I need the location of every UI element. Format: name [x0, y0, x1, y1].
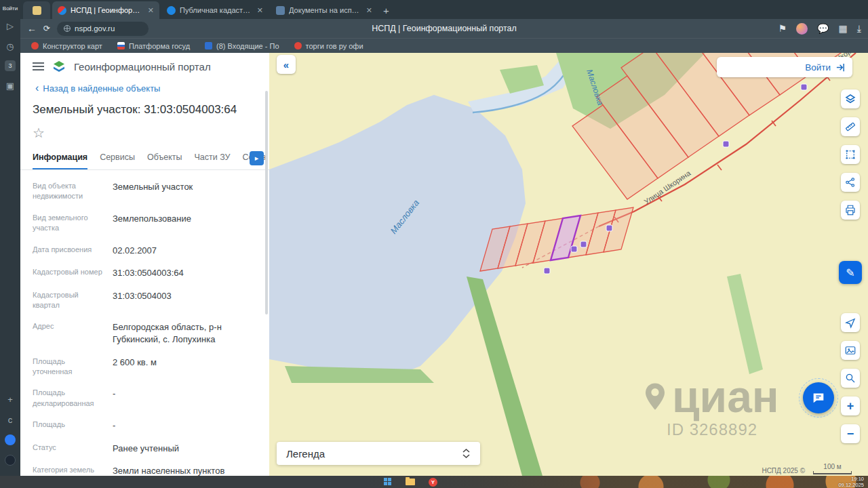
tab-pkk[interactable]: Публичная кадастровая к ✕ [161, 1, 269, 19]
bookmark-item[interactable]: торги гов ру офи [294, 42, 363, 50]
chevron-left-icon: ‹ [35, 83, 39, 94]
reload-icon[interactable]: ⟳ [43, 24, 50, 33]
field-value: - [113, 388, 260, 409]
screenshot-button[interactable] [841, 341, 860, 360]
ruler-button[interactable] [841, 117, 860, 136]
feedback-draw-button[interactable]: ✎ [839, 261, 862, 284]
bookmark-flag-icon[interactable]: ⚑ [778, 24, 787, 33]
browser-side-panel: Войти ▷ ◷ 3 ▣ + с [0, 0, 20, 476]
locate-button[interactable] [841, 313, 860, 332]
share-icon [844, 176, 856, 188]
tab-title: Публичная кадастровая к [180, 6, 253, 14]
bookmark-favicon [117, 42, 125, 49]
bookmark-item[interactable]: Конструктор карт [31, 42, 102, 50]
panel-tab[interactable]: Информация [33, 146, 87, 169]
map-canvas[interactable]: Масловка Масловка Улица Шкорина Улица Шк… [269, 53, 868, 476]
favorite-star-icon[interactable]: ☆ [20, 118, 269, 144]
video-panel-icon[interactable]: ▣ [4, 79, 16, 92]
field-label: Вид земельного участка [33, 213, 104, 234]
field-label: Кадастровый квартал [33, 290, 104, 311]
messenger-icon[interactable]: 💬 [817, 24, 829, 33]
file-explorer-icon[interactable] [406, 479, 415, 485]
print-button[interactable] [841, 201, 860, 220]
measure-area-button[interactable] [841, 145, 860, 164]
scale-label: 100 м [823, 463, 841, 470]
history-icon[interactable]: ◷ [4, 40, 16, 52]
back-icon[interactable]: ← [27, 24, 37, 33]
chat-button[interactable] [803, 382, 834, 413]
field-row: Адрес Белгородская область, р-н Губкинск… [33, 316, 260, 350]
app-title: Геоинформационный портал [74, 61, 211, 73]
collapse-panel-button[interactable]: « [277, 55, 296, 74]
field-value: 2 600 кв. м [113, 357, 260, 378]
field-label: Дата присвоения [33, 245, 104, 257]
browser-toolbar: ← ⟳ nspd.gov.ru НСПД | Геоинформационный… [20, 19, 868, 38]
bookmark-item[interactable]: Платформа госуд [117, 42, 190, 50]
services-app-icon[interactable] [4, 454, 16, 466]
login-icon [835, 62, 846, 73]
tab-title: Документы на исполнени [289, 6, 362, 14]
new-tab-button[interactable]: + [383, 5, 389, 16]
downloads-icon[interactable]: ⤓ [857, 24, 861, 33]
zoom-out-button[interactable]: − [841, 424, 860, 443]
layers-icon [844, 93, 856, 105]
field-row: Площадь - [33, 414, 260, 437]
clock-date: 09.12.2025 [838, 483, 864, 488]
expand-collapse-icon [462, 448, 471, 459]
browser-taskbar-icon[interactable]: Y [429, 478, 437, 487]
screen: Войти ▷ ◷ 3 ▣ + с НСПД | Геоинформац ✕ П… [0, 0, 868, 488]
field-label: Площадь уточненная [33, 357, 104, 378]
field-value: 31:03:0504003:64 [113, 267, 260, 279]
object-title: Земельный участок: 31:03:0504003:64 [20, 96, 269, 118]
tabs-scroll-right-button[interactable]: ▸ [250, 151, 264, 165]
field-value: 31:03:0504003 [113, 290, 260, 311]
taskbar-clock[interactable]: 19:10 09.12.2025 [838, 476, 864, 488]
image-icon [844, 344, 856, 357]
browser-login-button[interactable]: Войти [3, 5, 18, 12]
tab-docs[interactable]: Документы на исполнени ✕ [271, 1, 378, 19]
map-login-bar[interactable]: Войти [717, 57, 852, 77]
bookmark-favicon [294, 42, 302, 49]
bookmark-favicon [205, 42, 212, 49]
profile-avatar[interactable] [796, 23, 808, 35]
app-shortcut-icon[interactable]: с [4, 413, 16, 426]
scale-bar: 100 м [813, 463, 852, 474]
address-bar[interactable]: nspd.gov.ru [57, 22, 149, 36]
pkk-favicon [167, 6, 176, 15]
close-tab-icon[interactable]: ✕ [366, 6, 372, 15]
close-tab-icon[interactable]: ✕ [257, 6, 263, 15]
alice-icon[interactable]: ▷ [4, 20, 16, 32]
menu-icon[interactable] [33, 62, 44, 70]
chat-icon [811, 390, 826, 405]
map-layers: Масловка Масловка Улица Шкорина Улица Шк… [269, 53, 868, 476]
object-info-panel: Геоинформационный портал ‹ Назад в найде… [20, 53, 269, 476]
share-button[interactable] [841, 173, 860, 192]
panel-tab[interactable]: Части ЗУ [194, 146, 230, 169]
map-attribution: НСПД 2025 © 100 м [762, 463, 852, 474]
notifications-badge[interactable]: 3 [5, 60, 16, 71]
panel-tab[interactable]: Сервисы [100, 146, 135, 169]
field-value: Земельный участок [113, 181, 260, 202]
bookmarks-bar: Конструктор карт Платформа госуд (8) Вхо… [20, 38, 868, 53]
layers-button[interactable] [841, 89, 860, 108]
panels-icon[interactable]: ▦ [839, 24, 848, 33]
tab-nspd[interactable]: НСПД | Геоинформац ✕ [52, 1, 159, 19]
zoom-in-button[interactable]: + [841, 396, 860, 415]
print-icon [844, 204, 856, 216]
field-label: Кадастровый номер [33, 267, 104, 279]
field-value: Белгородская область, р-н Губкинский, с.… [113, 321, 260, 345]
field-value: - [113, 420, 260, 432]
object-search-button[interactable] [841, 369, 860, 388]
panel-scrollbar[interactable] [265, 91, 268, 314]
bookmark-item[interactable]: (8) Входящие - По [205, 42, 279, 50]
close-tab-icon[interactable]: ✕ [148, 6, 154, 15]
panel-tab[interactable]: Объекты [147, 146, 182, 169]
legend-label: Легенда [286, 448, 325, 460]
messenger-app-icon[interactable] [4, 434, 16, 446]
legend-bar[interactable]: Легенда [277, 442, 480, 465]
pinned-tab[interactable] [23, 1, 50, 19]
start-button[interactable] [384, 478, 392, 486]
back-to-results-link[interactable]: ‹ Назад в найденные объекты [20, 79, 269, 96]
add-service-icon[interactable]: + [4, 393, 16, 405]
object-attributes: Вид объекта недвижимости Земельный участ… [20, 170, 269, 476]
